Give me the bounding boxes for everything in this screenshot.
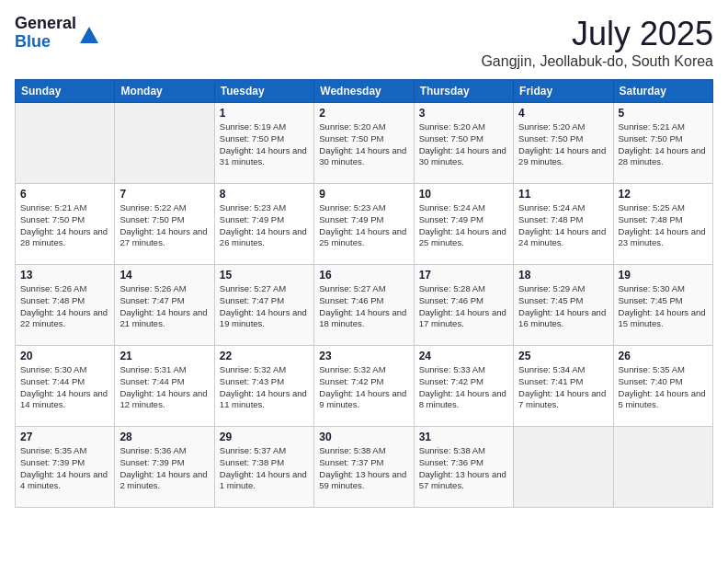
day-info: Sunrise: 5:35 AM Sunset: 7:40 PM Dayligh… [619,364,708,411]
day-number: 15 [220,269,309,282]
calendar-day [16,103,115,184]
day-info: Sunrise: 5:34 AM Sunset: 7:41 PM Dayligh… [518,364,608,411]
day-number: 2 [319,107,408,120]
day-info: Sunrise: 5:28 AM Sunset: 7:46 PM Dayligh… [419,283,508,330]
day-number: 20 [20,350,109,362]
day-number: 21 [119,350,209,362]
calendar-day: 23Sunrise: 5:32 AM Sunset: 7:42 PM Dayli… [314,346,414,427]
calendar-day: 24Sunrise: 5:33 AM Sunset: 7:42 PM Dayli… [414,346,513,427]
calendar-week-4: 20Sunrise: 5:30 AM Sunset: 7:44 PM Dayli… [16,346,713,427]
day-of-week-monday: Monday [115,80,214,103]
logo-text: General Blue [15,15,76,52]
calendar-day: 5Sunrise: 5:21 AM Sunset: 7:50 PM Daylig… [613,103,712,184]
calendar-table: SundayMondayTuesdayWednesdayThursdayFrid… [15,79,713,508]
day-number: 8 [220,188,309,201]
calendar-body: 1Sunrise: 5:19 AM Sunset: 7:50 PM Daylig… [16,103,713,508]
logo-triangle-icon [80,27,98,43]
day-number: 27 [20,431,109,443]
day-number: 22 [220,350,309,362]
calendar-day: 27Sunrise: 5:35 AM Sunset: 7:39 PM Dayli… [16,427,115,508]
calendar-day: 22Sunrise: 5:32 AM Sunset: 7:43 PM Dayli… [214,346,313,427]
title-block: July 2025 Gangjin, Jeollabuk-do, South K… [481,15,713,70]
calendar-day: 13Sunrise: 5:26 AM Sunset: 7:48 PM Dayli… [16,265,115,346]
day-number: 14 [119,269,209,282]
day-number: 1 [220,107,309,120]
calendar-day: 28Sunrise: 5:36 AM Sunset: 7:39 PM Dayli… [115,427,214,508]
calendar-day: 19Sunrise: 5:30 AM Sunset: 7:45 PM Dayli… [613,265,712,346]
calendar-day: 10Sunrise: 5:24 AM Sunset: 7:49 PM Dayli… [414,184,513,265]
calendar-day: 12Sunrise: 5:25 AM Sunset: 7:48 PM Dayli… [613,184,712,265]
calendar-day: 21Sunrise: 5:31 AM Sunset: 7:44 PM Dayli… [115,346,214,427]
day-info: Sunrise: 5:32 AM Sunset: 7:42 PM Dayligh… [319,364,408,411]
day-of-week-wednesday: Wednesday [314,80,414,103]
calendar-week-2: 6Sunrise: 5:21 AM Sunset: 7:50 PM Daylig… [16,184,713,265]
calendar-day: 2Sunrise: 5:20 AM Sunset: 7:50 PM Daylig… [314,103,414,184]
day-info: Sunrise: 5:38 AM Sunset: 7:37 PM Dayligh… [319,445,408,492]
day-info: Sunrise: 5:32 AM Sunset: 7:43 PM Dayligh… [220,364,309,411]
day-info: Sunrise: 5:22 AM Sunset: 7:50 PM Dayligh… [119,202,209,249]
day-info: Sunrise: 5:21 AM Sunset: 7:50 PM Dayligh… [20,202,109,249]
day-info: Sunrise: 5:20 AM Sunset: 7:50 PM Dayligh… [319,121,408,168]
day-number: 16 [319,269,408,282]
day-info: Sunrise: 5:33 AM Sunset: 7:42 PM Dayligh… [419,364,508,411]
day-info: Sunrise: 5:30 AM Sunset: 7:44 PM Dayligh… [20,364,109,411]
calendar-day: 4Sunrise: 5:20 AM Sunset: 7:50 PM Daylig… [514,103,613,184]
calendar-day: 1Sunrise: 5:19 AM Sunset: 7:50 PM Daylig… [214,103,313,184]
calendar-day: 14Sunrise: 5:26 AM Sunset: 7:47 PM Dayli… [115,265,214,346]
day-info: Sunrise: 5:27 AM Sunset: 7:46 PM Dayligh… [319,283,408,330]
day-info: Sunrise: 5:37 AM Sunset: 7:38 PM Dayligh… [220,445,309,492]
day-number: 13 [20,269,109,282]
month-title: July 2025 [481,15,713,53]
day-number: 7 [119,188,209,201]
day-number: 23 [319,350,408,362]
day-number: 12 [619,188,708,201]
calendar-header: SundayMondayTuesdayWednesdayThursdayFrid… [16,80,713,103]
calendar-week-3: 13Sunrise: 5:26 AM Sunset: 7:48 PM Dayli… [16,265,713,346]
day-of-week-sunday: Sunday [16,80,115,103]
calendar-day: 18Sunrise: 5:29 AM Sunset: 7:45 PM Dayli… [514,265,613,346]
calendar-day: 15Sunrise: 5:27 AM Sunset: 7:47 PM Dayli… [214,265,313,346]
day-number: 6 [20,188,109,201]
day-number: 3 [419,107,508,120]
day-info: Sunrise: 5:26 AM Sunset: 7:48 PM Dayligh… [20,283,109,330]
day-info: Sunrise: 5:31 AM Sunset: 7:44 PM Dayligh… [119,364,209,411]
day-number: 5 [619,107,708,120]
calendar-day: 3Sunrise: 5:20 AM Sunset: 7:50 PM Daylig… [414,103,513,184]
day-info: Sunrise: 5:20 AM Sunset: 7:50 PM Dayligh… [518,121,608,168]
logo-blue: Blue [15,33,76,52]
calendar-day: 16Sunrise: 5:27 AM Sunset: 7:46 PM Dayli… [314,265,414,346]
day-number: 24 [419,350,508,362]
day-number: 19 [619,269,708,282]
day-info: Sunrise: 5:38 AM Sunset: 7:36 PM Dayligh… [419,445,508,492]
day-number: 25 [518,350,608,362]
day-info: Sunrise: 5:24 AM Sunset: 7:49 PM Dayligh… [419,202,508,249]
day-info: Sunrise: 5:23 AM Sunset: 7:49 PM Dayligh… [319,202,408,249]
day-info: Sunrise: 5:23 AM Sunset: 7:49 PM Dayligh… [220,202,309,249]
calendar-day [613,427,712,508]
day-number: 9 [319,188,408,201]
calendar-day: 20Sunrise: 5:30 AM Sunset: 7:44 PM Dayli… [16,346,115,427]
day-number: 28 [119,431,209,443]
calendar-day: 7Sunrise: 5:22 AM Sunset: 7:50 PM Daylig… [115,184,214,265]
calendar-day: 8Sunrise: 5:23 AM Sunset: 7:49 PM Daylig… [214,184,313,265]
day-of-week-thursday: Thursday [414,80,513,103]
day-info: Sunrise: 5:26 AM Sunset: 7:47 PM Dayligh… [119,283,209,330]
day-info: Sunrise: 5:25 AM Sunset: 7:48 PM Dayligh… [619,202,708,249]
day-number: 18 [518,269,608,282]
calendar-day: 6Sunrise: 5:21 AM Sunset: 7:50 PM Daylig… [16,184,115,265]
calendar-day: 11Sunrise: 5:24 AM Sunset: 7:48 PM Dayli… [514,184,613,265]
calendar-week-5: 27Sunrise: 5:35 AM Sunset: 7:39 PM Dayli… [16,427,713,508]
calendar-day: 30Sunrise: 5:38 AM Sunset: 7:37 PM Dayli… [314,427,414,508]
day-number: 31 [419,431,508,443]
day-number: 4 [518,107,608,120]
day-info: Sunrise: 5:35 AM Sunset: 7:39 PM Dayligh… [20,445,109,492]
calendar-day [115,103,214,184]
day-of-week-friday: Friday [514,80,613,103]
day-info: Sunrise: 5:30 AM Sunset: 7:45 PM Dayligh… [619,283,708,330]
day-info: Sunrise: 5:29 AM Sunset: 7:45 PM Dayligh… [518,283,608,330]
day-info: Sunrise: 5:19 AM Sunset: 7:50 PM Dayligh… [220,121,309,168]
day-number: 11 [518,188,608,201]
calendar-day: 26Sunrise: 5:35 AM Sunset: 7:40 PM Dayli… [613,346,712,427]
page-header: General Blue July 2025 Gangjin, Jeollabu… [15,15,713,70]
day-info: Sunrise: 5:36 AM Sunset: 7:39 PM Dayligh… [119,445,209,492]
